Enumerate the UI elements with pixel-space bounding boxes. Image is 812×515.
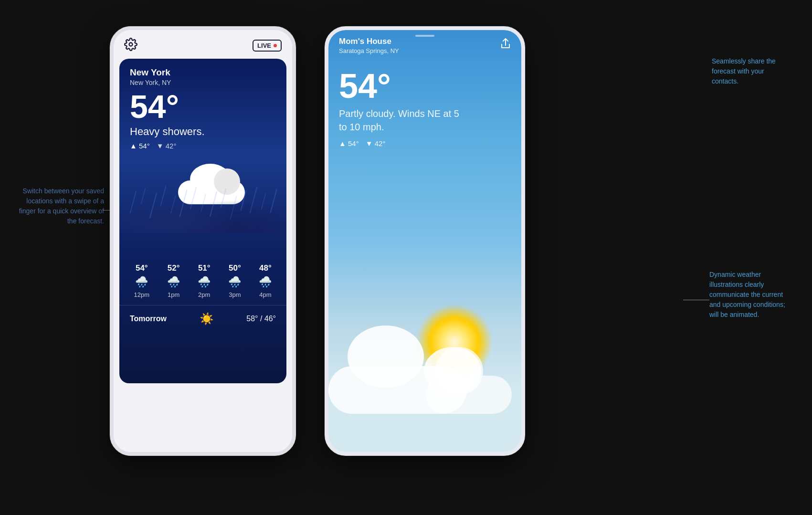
- location-sub: New York, NY: [130, 79, 276, 86]
- hour-temp-4: 48°: [259, 263, 272, 273]
- right-temp-range: ▲ 54° ▼ 42°: [328, 134, 521, 147]
- hour-temp-0: 54°: [136, 263, 148, 273]
- hour-item-2: 51° 🌧️ 2pm: [198, 263, 211, 298]
- right-temp-high: ▲ 54°: [339, 139, 359, 147]
- right-location-sub: Saratoga Springs, NY: [339, 47, 399, 54]
- hour-icon-1: 🌧️: [167, 276, 180, 288]
- live-badge: LIVE: [253, 40, 282, 52]
- hour-time-4: 4pm: [259, 291, 271, 298]
- annotation-right-bottom: Dynamic weather illustrations clearly co…: [709, 270, 798, 320]
- location-name: New York: [130, 67, 276, 78]
- connector-line-right: [683, 300, 709, 300]
- tomorrow-row: Tomorrow ☀️ 58° / 46°: [119, 305, 286, 332]
- hour-time-2: 2pm: [198, 291, 210, 298]
- hour-icon-3: 🌧️: [228, 276, 241, 288]
- share-icon[interactable]: [500, 37, 511, 52]
- hour-temp-3: 50°: [229, 263, 241, 273]
- cloud-puff-3: [426, 347, 512, 414]
- weather-illustration: [119, 161, 286, 257]
- hour-item-0: 54° 🌧️ 12pm: [134, 263, 150, 298]
- live-dot: [274, 44, 277, 47]
- hour-item-4: 48° 🌧️ 4pm: [259, 263, 272, 298]
- temp-low: ▼ 42°: [157, 142, 177, 150]
- scene: Switch between your saved locations with…: [0, 0, 812, 515]
- right-location-name: Mom's House: [339, 37, 399, 46]
- hour-time-1: 1pm: [168, 291, 179, 298]
- hour-item-1: 52° 🌧️ 1pm: [167, 263, 180, 298]
- gear-icon[interactable]: [124, 38, 137, 53]
- hour-icon-0: 🌧️: [135, 276, 148, 288]
- right-condition: Partly cloudy. Winds NE at 5 to 10 mph.: [328, 107, 472, 134]
- phone-left: LIVE New York New York, NY 54° Heavy sho…: [110, 26, 296, 456]
- rain-container: [119, 185, 286, 257]
- temp-range: ▲ 54° ▼ 42°: [130, 142, 276, 150]
- phone-right: Mom's House Saratoga Springs, NY 54° Par…: [325, 26, 525, 456]
- condition-text: Heavy showers.: [130, 126, 276, 138]
- hourly-forecast: 54° 🌧️ 12pm 52° 🌧️ 1pm 51° 🌧️ 2pm: [119, 257, 286, 305]
- weather-card-left: New York New York, NY 54° Heavy showers.…: [119, 59, 286, 383]
- right-temp-low: ▼ 42°: [366, 139, 386, 147]
- svg-point-0: [129, 43, 133, 46]
- temp-high: ▲ 54°: [130, 142, 150, 150]
- hour-temp-2: 51°: [198, 263, 211, 273]
- tomorrow-label: Tomorrow: [130, 315, 167, 323]
- hour-icon-4: 🌧️: [259, 276, 272, 288]
- hour-time-3: 3pm: [229, 291, 241, 298]
- hour-time-0: 12pm: [134, 291, 150, 298]
- main-temperature: 54°: [130, 90, 276, 123]
- left-phone-header: LIVE: [114, 30, 292, 59]
- hour-temp-1: 52°: [168, 263, 180, 273]
- drag-indicator: [415, 35, 434, 37]
- hour-item-3: 50° 🌧️ 3pm: [228, 263, 241, 298]
- tomorrow-temps: 58° / 46°: [246, 315, 276, 323]
- annotation-right-top: Seamlessly share the forecast with your …: [712, 56, 798, 86]
- right-main-temperature: 54°: [328, 59, 521, 107]
- annotation-left: Switch between your saved locations with…: [9, 186, 104, 226]
- sun-illustration: [328, 213, 521, 452]
- tomorrow-icon: ☀️: [200, 312, 214, 326]
- hour-icon-2: 🌧️: [198, 276, 211, 288]
